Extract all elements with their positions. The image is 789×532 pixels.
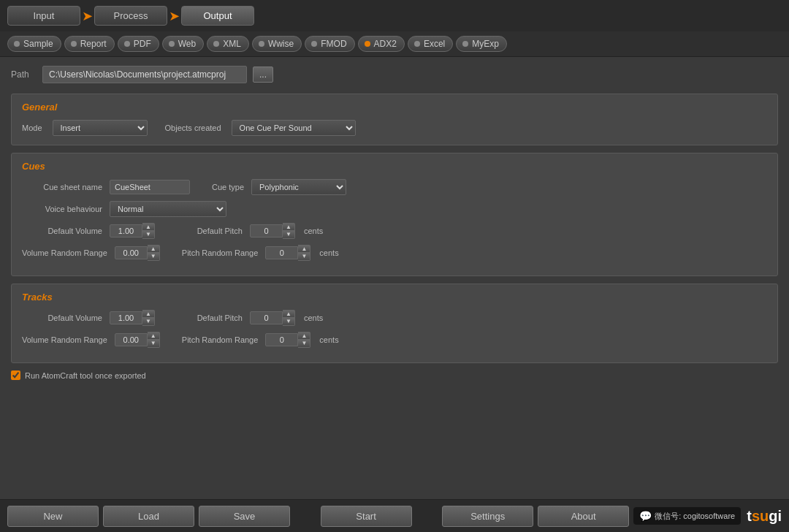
save-button[interactable]: Save [199, 506, 290, 527]
tsugi-logo: tsugi [747, 508, 782, 525]
wechat-badge: 💬 微信号: cogitosoftware [633, 507, 741, 525]
browse-button[interactable]: ... [253, 66, 273, 83]
cue-type-select[interactable]: Polyphonic Monophonic [251, 179, 346, 195]
tracks-pitch-random-cents: cents [319, 335, 338, 344]
tab-label-web: Web [178, 39, 196, 49]
voice-behaviour-select[interactable]: Normal First Priority Last Priority [110, 201, 226, 217]
tracks-random-row: Volume Random Range ▲ ▼ Pitch Random Ran… [22, 332, 767, 348]
start-button[interactable]: Start [321, 506, 412, 527]
tab-sample[interactable]: Sample [7, 36, 61, 52]
bottom-right-area: Settings About 💬 微信号: cogitosoftware tsu… [442, 506, 782, 527]
cue-type-label: Cue type [212, 183, 244, 191]
cues-pitch-random-up[interactable]: ▲ [298, 246, 310, 253]
tracks-pitch-btns: ▲ ▼ [283, 310, 295, 326]
cues-pitch-random-btns: ▲ ▼ [298, 245, 310, 261]
path-input[interactable] [42, 66, 247, 83]
tab-report[interactable]: Report [64, 36, 115, 52]
arrow-2: ➤ [169, 8, 180, 24]
tracks-section: Tracks Default Volume ▲ ▼ Default Pitch … [11, 284, 778, 363]
cues-pitch-up[interactable]: ▲ [283, 224, 294, 231]
tracks-volume-random-down[interactable]: ▼ [148, 340, 159, 347]
cues-default-volume-input[interactable] [110, 224, 142, 238]
cues-default-pitch-label: Default Pitch [177, 227, 243, 235]
mode-label: Mode [22, 123, 42, 132]
tracks-pitch-random-input[interactable] [265, 333, 298, 346]
tab-label-pdf: PDF [134, 39, 151, 49]
cues-pitch-random-input[interactable] [265, 246, 298, 259]
new-button[interactable]: New [7, 506, 99, 527]
cues-title: Cues [22, 161, 767, 172]
cues-volume-down[interactable]: ▼ [142, 231, 154, 238]
cues-pitch-random-down[interactable]: ▼ [298, 253, 310, 260]
tracks-pitch-down[interactable]: ▼ [283, 318, 294, 325]
cues-default-volume-label: Default Volume [22, 227, 102, 235]
about-button[interactable]: About [538, 506, 629, 527]
tab-web[interactable]: Web [162, 36, 204, 52]
input-button[interactable]: Input [7, 6, 80, 26]
load-button[interactable]: Load [103, 506, 194, 527]
cues-volume-up[interactable]: ▲ [142, 224, 154, 231]
tracks-pitch-random-btns: ▲ ▼ [298, 332, 310, 348]
tracks-volume-random-spinner: ▲ ▼ [115, 332, 160, 348]
tab-xml[interactable]: XML [207, 36, 249, 52]
tab-pdf[interactable]: PDF [118, 36, 159, 52]
cues-default-pitch-input[interactable] [250, 224, 283, 238]
tab-dot-excel [414, 41, 420, 47]
path-row: Path ... [11, 66, 778, 83]
tracks-default-pitch-input[interactable] [250, 311, 283, 324]
mode-select[interactable]: Insert Update Replace [53, 120, 148, 136]
tracks-pitch-random-label: Pitch Random Range [182, 335, 259, 344]
bottom-bar: New Load Save Start Settings About 💬 微信号… [0, 499, 789, 532]
tracks-volume-pitch-row: Default Volume ▲ ▼ Default Pitch ▲ ▼ cen… [22, 310, 767, 326]
tracks-default-volume-input[interactable] [110, 311, 142, 324]
objects-created-select[interactable]: One Cue Per Sound One Cue Per File One C… [232, 120, 356, 136]
tab-wwise[interactable]: Wwise [252, 36, 302, 52]
tracks-volume-random-input[interactable] [115, 333, 148, 346]
cues-pitch-random-spinner: ▲ ▼ [265, 245, 310, 261]
cue-sheet-row: Cue sheet name Cue type Polyphonic Monop… [22, 179, 767, 195]
nav-step-input: Input [7, 6, 80, 26]
run-atomcraft-checkbox[interactable] [11, 370, 20, 380]
cues-volume-random-down[interactable]: ▼ [148, 253, 159, 260]
tracks-pitch-up[interactable]: ▲ [283, 311, 294, 318]
tracks-volume-random-up[interactable]: ▲ [148, 332, 159, 340]
tab-myexp[interactable]: MyExp [456, 36, 507, 52]
tab-label-fmod: FMOD [321, 39, 346, 49]
tab-label-wwise: Wwise [268, 39, 294, 49]
tracks-pitch-random-spinner: ▲ ▼ [265, 332, 310, 348]
tracks-volume-up[interactable]: ▲ [142, 311, 154, 318]
tracks-volume-random-label: Volume Random Range [22, 335, 107, 344]
cues-pitch-random-label: Pitch Random Range [182, 248, 259, 257]
output-button[interactable]: Output [181, 6, 254, 26]
tracks-pitch-random-down[interactable]: ▼ [298, 340, 310, 347]
path-label: Path [11, 69, 37, 80]
tab-label-adx2: ADX2 [374, 39, 397, 49]
cues-pitch-down[interactable]: ▼ [283, 231, 294, 238]
nav-step-process: Process [94, 6, 167, 26]
tab-fmod[interactable]: FMOD [305, 36, 354, 52]
general-title: General [22, 102, 767, 113]
tab-dot-report [71, 41, 77, 47]
tracks-pitch-random-up[interactable]: ▲ [298, 332, 310, 340]
tracks-volume-btns: ▲ ▼ [142, 310, 155, 326]
tracks-title: Tracks [22, 292, 767, 303]
tab-excel[interactable]: Excel [408, 36, 453, 52]
process-button[interactable]: Process [94, 6, 167, 26]
tab-dot-adx2 [365, 41, 370, 47]
voice-behaviour-label: Voice behaviour [22, 205, 102, 213]
settings-button[interactable]: Settings [442, 506, 533, 527]
tab-dot-fmod [311, 41, 317, 47]
tab-dot-myexp [462, 41, 468, 47]
cues-random-row: Volume Random Range ▲ ▼ Pitch Random Ran… [22, 245, 767, 261]
tab-dot-wwise [259, 41, 264, 47]
cues-volume-random-input[interactable] [115, 246, 148, 259]
cues-volume-random-label: Volume Random Range [22, 248, 107, 257]
tab-adx2[interactable]: ADX2 [358, 36, 405, 52]
tab-label-sample: Sample [23, 39, 53, 49]
tracks-volume-down[interactable]: ▼ [142, 318, 154, 325]
cues-volume-spinner-btns: ▲ ▼ [142, 223, 155, 239]
tab-dot-xml [213, 41, 219, 47]
tracks-pitch-cents: cents [304, 314, 323, 322]
cue-sheet-name-input[interactable] [110, 180, 190, 194]
cues-volume-random-up[interactable]: ▲ [148, 246, 159, 253]
